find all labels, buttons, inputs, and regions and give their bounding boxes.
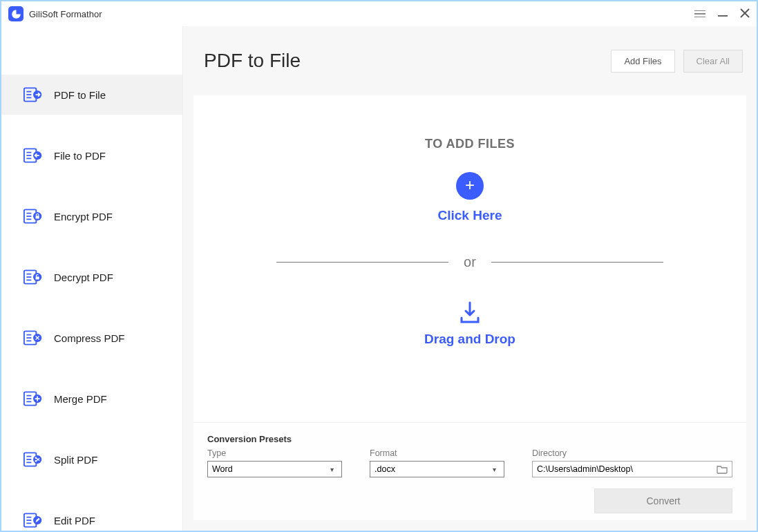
download-icon [456, 301, 484, 325]
sidebar-item-pdf-to-file[interactable]: PDF to File [1, 75, 182, 115]
app-logo-icon [8, 6, 23, 21]
folder-icon[interactable] [717, 464, 728, 474]
decrypt-pdf-icon [23, 268, 43, 286]
app-title: GiliSoft Formathor [29, 9, 102, 19]
split-pdf-icon [23, 450, 43, 468]
sidebar-item-label: Split PDF [54, 454, 97, 466]
hamburger-icon[interactable] [694, 10, 705, 18]
sidebar-item-decrypt-pdf[interactable]: Decrypt PDF [1, 257, 182, 297]
content-panel: TO ADD FILES + Click Here or Drag and Dr… [193, 95, 746, 520]
add-files-plus-icon[interactable]: + [456, 172, 484, 200]
chevron-down-icon: ▾ [489, 466, 500, 473]
sidebar-item-label: PDF to File [54, 89, 106, 101]
edit-pdf-icon [23, 511, 43, 529]
main-header: PDF to File Add Files Clear All [183, 26, 757, 95]
format-label: Format [370, 448, 504, 458]
minimize-button[interactable] [718, 13, 728, 15]
directory-field[interactable]: C:\Users\admin\Desktop\ [532, 461, 732, 477]
convert-button[interactable]: Convert [594, 488, 732, 513]
sidebar-item-edit-pdf[interactable]: Edit PDF [1, 500, 182, 532]
sidebar-item-label: File to PDF [54, 150, 106, 162]
format-select[interactable]: .docx ▾ [370, 461, 504, 477]
sidebar-item-label: Encrypt PDF [54, 211, 113, 222]
sidebar-item-compress-pdf[interactable]: Compress PDF [1, 318, 182, 358]
directory-value: C:\Users\admin\Desktop\ [537, 464, 633, 474]
merge-pdf-icon [23, 390, 43, 408]
type-value: Word [212, 464, 233, 474]
add-files-button[interactable]: Add Files [611, 50, 674, 73]
dropzone-heading: TO ADD FILES [425, 137, 515, 151]
sidebar-item-split-pdf[interactable]: Split PDF [1, 439, 182, 479]
format-value: .docx [375, 464, 395, 474]
presets-title: Conversion Presets [207, 434, 732, 444]
type-label: Type [207, 448, 342, 458]
sidebar-item-encrypt-pdf[interactable]: Encrypt PDF [1, 196, 182, 236]
sidebar-item-label: Decrypt PDF [54, 272, 113, 283]
type-select[interactable]: Word ▾ [207, 461, 342, 477]
directory-label: Directory [532, 448, 732, 458]
compress-pdf-icon [23, 329, 43, 347]
or-divider: or [276, 254, 663, 270]
page-title: PDF to File [204, 50, 301, 72]
pdf-to-file-icon [23, 86, 43, 104]
encrypt-pdf-icon [23, 207, 43, 225]
sidebar-item-label: Compress PDF [54, 332, 125, 344]
close-button[interactable] [740, 8, 750, 20]
sidebar: PDF to File File to PDF Encrypt PDF Decr… [1, 26, 183, 531]
clear-all-button[interactable]: Clear All [683, 50, 743, 73]
drop-zone[interactable]: TO ADD FILES + Click Here or Drag and Dr… [193, 95, 746, 422]
drag-and-drop-label: Drag and Drop [424, 332, 515, 347]
sidebar-item-file-to-pdf[interactable]: File to PDF [1, 135, 182, 175]
chevron-down-icon: ▾ [326, 466, 337, 473]
title-bar: GiliSoft Formathor [1, 1, 757, 26]
conversion-presets: Conversion Presets Type Word ▾ Format .d… [193, 422, 746, 520]
click-here-label[interactable]: Click Here [438, 208, 502, 223]
sidebar-item-label: Merge PDF [54, 393, 107, 405]
main-area: PDF to File Add Files Clear All TO ADD F… [183, 26, 757, 531]
or-label: or [464, 254, 476, 270]
svg-rect-21 [36, 276, 39, 279]
sidebar-item-merge-pdf[interactable]: Merge PDF [1, 379, 182, 419]
file-to-pdf-icon [23, 146, 43, 164]
sidebar-item-label: Edit PDF [54, 515, 95, 526]
svg-rect-15 [36, 216, 39, 218]
